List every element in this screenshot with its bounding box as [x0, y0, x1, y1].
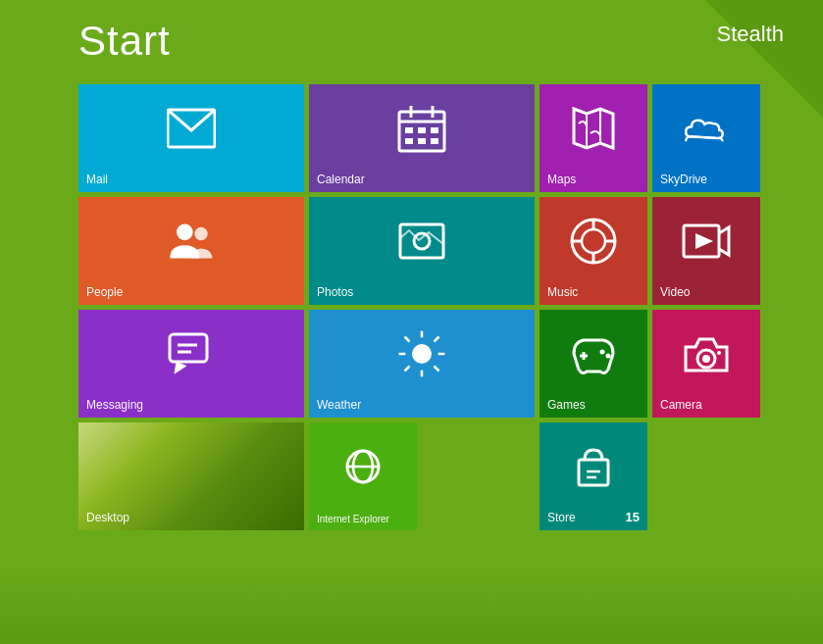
ie-icon — [341, 445, 385, 488]
svg-point-43 — [702, 355, 710, 363]
tile-music[interactable]: Music — [540, 197, 647, 305]
photos-icon — [397, 217, 446, 266]
mail-icon — [167, 104, 216, 153]
tile-weather[interactable]: Weather — [309, 310, 535, 418]
svg-line-37 — [405, 367, 410, 372]
tile-music-label: Music — [547, 285, 578, 299]
svg-point-41 — [606, 354, 611, 359]
tile-people[interactable]: People — [78, 197, 304, 305]
tile-photos[interactable]: Photos — [309, 197, 535, 305]
tile-desktop-label: Desktop — [86, 511, 129, 524]
page-title: Start — [78, 18, 171, 65]
tile-maps-label: Maps — [547, 173, 576, 186]
svg-rect-16 — [400, 224, 443, 258]
games-icon — [569, 329, 618, 378]
svg-point-17 — [414, 233, 430, 249]
tile-weather-label: Weather — [317, 398, 361, 412]
tile-mail-label: Mail — [86, 173, 108, 186]
svg-rect-26 — [170, 334, 207, 362]
svg-rect-10 — [431, 138, 438, 144]
svg-point-29 — [412, 344, 432, 364]
svg-rect-5 — [405, 127, 413, 133]
bottom-decoration — [0, 566, 823, 644]
tile-games[interactable]: Games — [540, 310, 647, 418]
skydrive-icon — [682, 104, 731, 153]
tile-store-badge: 15 — [626, 510, 640, 524]
svg-rect-6 — [418, 127, 426, 133]
tile-calendar-label: Calendar — [317, 173, 365, 186]
tile-store[interactable]: Store 15 — [540, 422, 647, 530]
header: Start Stealth — [0, 0, 823, 74]
svg-point-44 — [717, 351, 721, 355]
people-icon — [167, 217, 216, 266]
svg-rect-8 — [405, 138, 413, 144]
tiles-grid: Mail Calendar Maps — [78, 84, 823, 530]
tile-games-label: Games — [547, 398, 586, 412]
svg-marker-25 — [695, 233, 713, 249]
svg-point-40 — [600, 350, 605, 355]
svg-line-36 — [435, 337, 439, 342]
tile-maps[interactable]: Maps — [540, 84, 647, 192]
tile-messaging[interactable]: Messaging — [78, 310, 304, 418]
tile-photos-label: Photos — [317, 285, 353, 299]
maps-icon — [569, 104, 618, 153]
tile-video-label: Video — [660, 285, 690, 299]
svg-line-34 — [405, 337, 410, 342]
tile-mail[interactable]: Mail — [78, 84, 304, 192]
tile-ie-label: Internet Explorer — [317, 514, 389, 524]
tile-camera-label: Camera — [660, 398, 702, 412]
tile-calendar[interactable]: Calendar — [309, 84, 535, 192]
tile-people-label: People — [86, 285, 123, 299]
tile-ie[interactable]: Internet Explorer — [309, 422, 417, 530]
tile-store-label: Store — [547, 511, 576, 524]
messaging-icon — [167, 329, 216, 378]
tile-desktop[interactable]: Desktop — [78, 422, 304, 530]
svg-rect-9 — [418, 138, 426, 144]
tile-skydrive-label: SkyDrive — [660, 173, 707, 186]
svg-rect-7 — [431, 127, 438, 133]
music-icon — [569, 217, 618, 266]
weather-icon — [397, 329, 446, 378]
store-icon — [569, 442, 618, 491]
svg-point-15 — [194, 227, 207, 240]
svg-line-35 — [435, 367, 439, 372]
svg-point-19 — [582, 229, 605, 253]
calendar-icon — [397, 104, 446, 153]
tile-camera[interactable]: Camera — [652, 310, 760, 418]
video-icon — [682, 217, 731, 266]
camera-icon — [682, 329, 731, 378]
svg-point-14 — [177, 224, 193, 241]
tile-messaging-label: Messaging — [86, 398, 143, 412]
svg-marker-11 — [574, 109, 613, 148]
username: Stealth — [717, 22, 785, 47]
tile-skydrive[interactable]: SkyDrive — [652, 84, 760, 192]
tile-video[interactable]: Video — [652, 197, 760, 305]
